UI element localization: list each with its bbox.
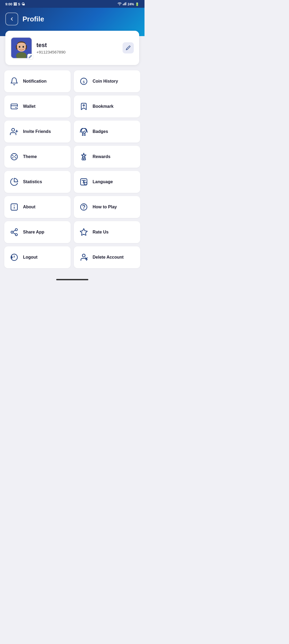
battery-icon: 🔋: [135, 2, 139, 6]
svg-rect-2: [125, 3, 125, 5]
menu-item-statistics[interactable]: Statistics: [4, 171, 71, 193]
home-indicator: [0, 276, 144, 284]
menu-item-logout[interactable]: Logout: [4, 246, 71, 268]
menu-item-about[interactable]: About: [4, 196, 71, 218]
svg-point-10: [23, 48, 25, 49]
profile-name: test: [36, 42, 118, 49]
svg-point-24: [15, 157, 16, 158]
theme-icon: [9, 152, 19, 162]
svg-text:A: A: [85, 183, 86, 185]
menu-label-about: About: [23, 205, 35, 209]
battery-display: 24%: [128, 2, 134, 6]
svg-line-42: [13, 230, 15, 232]
menu-label-statistics: Statistics: [23, 179, 42, 184]
svg-line-41: [13, 233, 15, 234]
back-button[interactable]: [5, 13, 18, 25]
svg-point-19: [81, 128, 86, 133]
menu-item-rate-us[interactable]: Rate Us: [74, 221, 140, 243]
svg-point-16: [12, 128, 15, 131]
menu-item-invite-friends[interactable]: Invite Friends: [4, 121, 71, 143]
rewards-icon: [79, 152, 89, 162]
profile-card: test +911234567890: [5, 31, 139, 65]
weather-icon: 🌤: [21, 2, 25, 6]
menu-label-logout: Logout: [23, 255, 37, 260]
svg-point-22: [15, 155, 16, 156]
avatar-edit-badge[interactable]: [27, 54, 33, 60]
deleteaccount-icon: [79, 252, 89, 262]
menu-label-bookmark: Bookmark: [93, 104, 113, 109]
rateus-icon: [79, 227, 89, 237]
wifi-icon: [117, 2, 122, 6]
svg-point-8: [22, 46, 24, 48]
svg-rect-0: [123, 4, 123, 5]
status-right: 24% 🔋: [117, 2, 139, 6]
status-bar: 9:00 🖼 S 🌤 24% 🔋: [0, 0, 144, 8]
menu-item-wallet[interactable]: Wallet: [4, 95, 71, 117]
svg-point-21: [12, 155, 13, 156]
menu-label-delete-account: Delete Account: [93, 255, 124, 260]
menu-label-rate-us: Rate Us: [93, 230, 109, 235]
menu-item-delete-account[interactable]: Delete Account: [74, 246, 140, 268]
menu-item-bookmark[interactable]: Bookmark: [74, 95, 140, 117]
menu-item-coin-history[interactable]: $Coin History: [74, 70, 140, 92]
avatar-wrapper: [11, 37, 32, 59]
about-icon: [9, 202, 19, 212]
svg-point-36: [81, 204, 87, 210]
coin-icon: $: [79, 76, 89, 86]
menu-label-language: Language: [93, 179, 113, 184]
menu-label-share-app: Share App: [23, 230, 44, 235]
menu-item-language[interactable]: AALanguage: [74, 171, 140, 193]
badge-icon: [79, 126, 89, 137]
menu-label-how-to-play: How to Play: [93, 205, 117, 209]
menu-item-theme[interactable]: Theme: [4, 146, 71, 168]
logout-icon: [9, 252, 19, 262]
photo-icon: 🖼: [13, 2, 17, 6]
svg-point-45: [82, 254, 85, 257]
skype-icon: S: [18, 2, 20, 6]
svg-point-9: [17, 48, 20, 49]
menu-label-theme: Theme: [23, 154, 37, 159]
menu-label-notification: Notification: [23, 79, 47, 84]
menu-label-invite-friends: Invite Friends: [23, 129, 51, 134]
invite-icon: [9, 126, 19, 137]
menu-item-rewards[interactable]: Rewards: [74, 146, 140, 168]
signal-icon: [123, 2, 127, 6]
menu-label-coin-history: Coin History: [93, 79, 118, 84]
svg-rect-3: [126, 2, 126, 5]
svg-point-7: [19, 46, 20, 48]
home-bar: [56, 279, 88, 280]
svg-point-13: [16, 107, 17, 108]
menu-item-notification[interactable]: Notification: [4, 70, 71, 92]
svg-point-25: [14, 156, 15, 157]
svg-text:$: $: [83, 80, 85, 84]
menu-item-how-to-play[interactable]: How to Play: [74, 196, 140, 218]
menu-label-badges: Badges: [93, 129, 108, 134]
wallet-icon: [9, 101, 19, 112]
bookmark-icon: [79, 101, 89, 112]
menu-grid: Notification$Coin HistoryWalletBookmarkI…: [0, 70, 144, 276]
bell-icon: [9, 76, 19, 86]
profile-edit-button[interactable]: [123, 42, 134, 53]
time-display: 9:00: [5, 2, 12, 6]
language-icon: AA: [79, 177, 89, 187]
share-icon: [9, 227, 19, 237]
menu-item-share-app[interactable]: Share App: [4, 221, 71, 243]
svg-rect-1: [124, 3, 124, 5]
profile-info: test +911234567890: [36, 42, 118, 54]
status-left: 9:00 🖼 S 🌤: [5, 2, 25, 6]
menu-label-wallet: Wallet: [23, 104, 36, 109]
profile-phone: +911234567890: [36, 50, 118, 54]
svg-point-23: [12, 157, 13, 158]
menu-label-rewards: Rewards: [93, 154, 111, 159]
howtoplay-icon: [79, 202, 89, 212]
page-title: Profile: [22, 15, 44, 23]
menu-item-badges[interactable]: Badges: [74, 121, 140, 143]
statistics-icon: [9, 177, 19, 187]
svg-point-35: [14, 205, 15, 206]
